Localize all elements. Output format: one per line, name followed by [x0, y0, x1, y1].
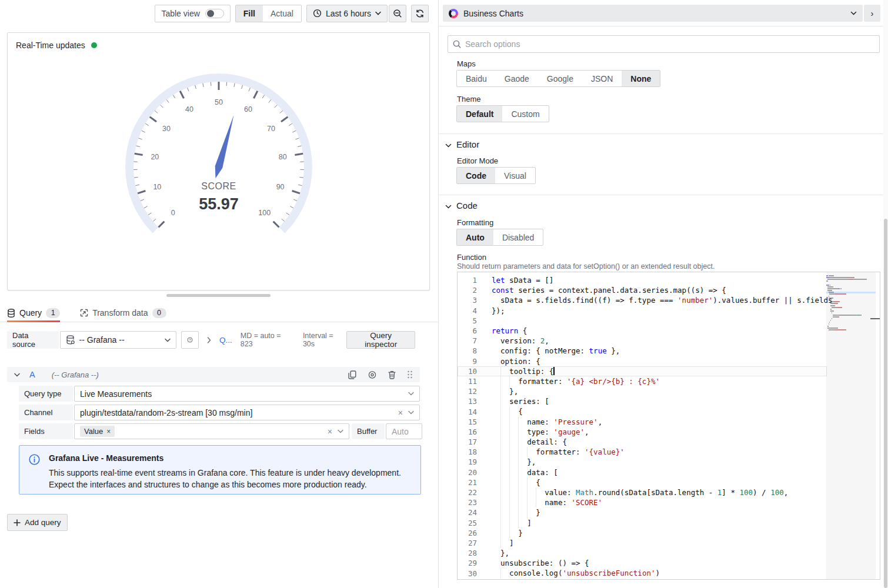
code-line[interactable]: 30 console.log('unsubscribeFunction'): [458, 568, 827, 578]
code-line[interactable]: 14 {: [458, 406, 827, 416]
fields-label: Fields: [19, 423, 73, 439]
section-divider: [439, 195, 883, 195]
time-controls: Last 6 hours: [306, 5, 406, 22]
code-line[interactable]: 25 ]: [458, 518, 827, 528]
code-line[interactable]: 6return {: [458, 326, 827, 336]
indent-guide: [518, 447, 519, 457]
code-line[interactable]: 24 }: [458, 507, 827, 517]
code-line[interactable]: 13 series: [: [458, 396, 827, 406]
code-line[interactable]: 20 data: [: [458, 467, 827, 477]
code-text: version: 2,: [492, 336, 549, 346]
indent-guide: [500, 568, 501, 578]
editor-section-title[interactable]: Editor: [456, 139, 479, 149]
code-line[interactable]: 1let sData = []: [458, 275, 827, 285]
fill-button[interactable]: Fill: [236, 5, 263, 22]
theme-option-default[interactable]: Default: [457, 106, 502, 122]
indent-guide: [500, 417, 501, 427]
code-line[interactable]: 28 },: [458, 548, 827, 558]
chevron-down-icon[interactable]: [408, 392, 414, 396]
tab-query[interactable]: Query 1: [7, 304, 60, 322]
query-row-header[interactable]: A (-- Grafana --): [7, 367, 420, 382]
datasource-picker[interactable]: -- Grafana --: [60, 331, 177, 349]
page-scrollbar-thumb[interactable]: [884, 219, 887, 588]
line-number: 30: [458, 569, 477, 578]
theme-option-custom[interactable]: Custom: [502, 106, 548, 122]
code-line[interactable]: 26 }: [458, 528, 827, 538]
visualization-select[interactable]: Business Charts: [443, 5, 863, 22]
code-line[interactable]: 18 formatter: '{value}': [458, 447, 827, 457]
trash-icon[interactable]: [388, 370, 396, 379]
chevron-down-icon[interactable]: [408, 410, 414, 415]
indent-guide: [518, 507, 519, 517]
code-text: },: [492, 457, 536, 467]
code-line[interactable]: 12 },: [458, 386, 827, 396]
datasource-value: -- Grafana --: [79, 335, 161, 345]
chevron-right-icon[interactable]: [207, 337, 211, 343]
buffer-input[interactable]: [392, 427, 416, 436]
collapse-options-button[interactable]: ›: [864, 5, 880, 22]
editor-mode-visual[interactable]: Visual: [495, 168, 535, 183]
remove-field-icon[interactable]: ×: [106, 428, 111, 435]
fields-multiselect[interactable]: Value × ×: [74, 423, 349, 439]
chevron-down-icon[interactable]: [338, 429, 343, 433]
code-line[interactable]: 19 },: [458, 457, 827, 467]
search-options-input[interactable]: [465, 39, 874, 49]
panel-resize-handle[interactable]: [166, 294, 271, 297]
formatting-auto[interactable]: Auto: [457, 229, 493, 245]
code-line[interactable]: 3 sData = s.fields.find((f) => f.type ==…: [458, 295, 827, 305]
code-text: type: 'gauge',: [492, 427, 589, 437]
svg-text:?: ?: [189, 338, 191, 342]
code-text: },: [492, 386, 518, 396]
code-section-chevron-icon[interactable]: [445, 205, 452, 209]
editor-section-chevron-icon[interactable]: [445, 143, 452, 148]
panel-header[interactable]: Real-Time updates: [8, 33, 429, 52]
code-line[interactable]: 23 name: 'SCORE': [458, 497, 827, 507]
editor-mode-code[interactable]: Code: [457, 168, 495, 183]
code-line[interactable]: 5: [458, 316, 827, 326]
maps-option-json[interactable]: JSON: [582, 71, 622, 86]
code-line[interactable]: 11 formatter: '{a} <br/>{b} : {c}%': [458, 376, 827, 386]
table-view-toggle[interactable]: [205, 9, 224, 18]
code-line[interactable]: 10 tooltip: {: [458, 366, 827, 376]
formatting-disabled[interactable]: Disabled: [493, 229, 543, 245]
tab-transform-data[interactable]: Transform data 0: [80, 304, 166, 322]
code-line[interactable]: 8 config: { notMerge: true },: [458, 346, 827, 356]
zoom-out-time-button[interactable]: [389, 5, 406, 22]
query-inspector-button[interactable]: Query inspector: [346, 331, 415, 349]
channel-select[interactable]: plugin/testdata/random-2s-stream [30 msg…: [74, 405, 420, 420]
line-number: 23: [458, 498, 477, 507]
code-line[interactable]: 22 value: Math.round(sData[sData.length …: [458, 487, 827, 497]
code-line[interactable]: 27 ]: [458, 538, 827, 548]
clear-channel-icon[interactable]: ×: [398, 409, 403, 417]
maps-option-none[interactable]: None: [622, 71, 660, 86]
code-line[interactable]: 29 unsubscribe: () => {: [458, 558, 827, 568]
svg-text:90: 90: [276, 183, 285, 191]
code-minimap[interactable]: [826, 272, 876, 579]
code-line[interactable]: 4});: [458, 306, 827, 316]
query-type-select[interactable]: Live Measurements: [74, 386, 420, 402]
maps-option-google[interactable]: Google: [538, 71, 582, 86]
duplicate-icon[interactable]: [348, 370, 356, 379]
maps-option-gaode[interactable]: Gaode: [496, 71, 538, 86]
code-line[interactable]: 21 {: [458, 477, 827, 487]
code-editor[interactable]: 1let sData = []2const series = context.p…: [457, 272, 880, 580]
eye-icon[interactable]: [368, 371, 377, 379]
code-line[interactable]: 15 name: 'Pressure',: [458, 417, 827, 427]
datasource-help-button[interactable]: ?: [181, 331, 199, 349]
code-line[interactable]: 7 version: 2,: [458, 336, 827, 346]
clear-fields-icon[interactable]: ×: [328, 427, 332, 436]
query-options-collapsed[interactable]: Q...: [219, 336, 232, 345]
code-line[interactable]: 16 type: 'gauge',: [458, 427, 827, 437]
collapse-chevron-icon[interactable]: [14, 373, 20, 377]
code-section-title[interactable]: Code: [456, 201, 478, 211]
code-line[interactable]: 17 detail: {: [458, 437, 827, 447]
actual-button[interactable]: Actual: [263, 5, 301, 22]
drag-handle-icon[interactable]: [407, 370, 413, 379]
indent-guide: [500, 487, 501, 497]
refresh-button[interactable]: [411, 5, 429, 22]
maps-option-baidu[interactable]: Baidu: [457, 71, 496, 86]
code-line[interactable]: 2const series = context.panel.data.serie…: [458, 285, 827, 295]
time-range-button[interactable]: Last 6 hours: [306, 5, 388, 22]
code-line[interactable]: 9 option: {: [458, 356, 827, 366]
add-query-button[interactable]: Add query: [7, 514, 68, 531]
